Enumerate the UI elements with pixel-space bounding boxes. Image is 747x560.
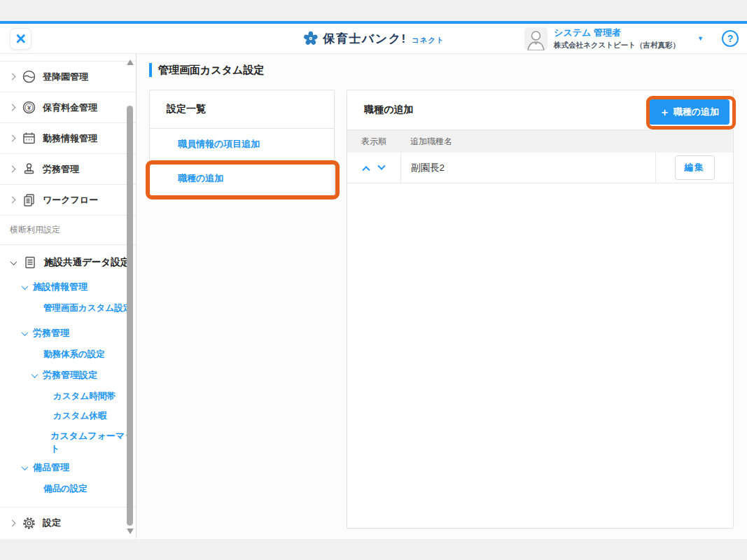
sidebar-item-label: 備品管理 bbox=[33, 461, 69, 474]
job-type-name-cell: 副園長2 bbox=[400, 153, 656, 183]
close-button[interactable]: × bbox=[10, 28, 32, 50]
plus-icon: ＋ bbox=[659, 106, 670, 119]
link-add-job-type[interactable]: 職種の追加 bbox=[150, 160, 334, 197]
job-types-card: 職種の追加 ＋ 職種の追加 表示順 追加職種名 副 bbox=[347, 90, 734, 528]
sidebar-section-label: 横断利用設定 bbox=[0, 216, 136, 245]
scroll-down-arrow-icon[interactable] bbox=[127, 528, 134, 534]
sidebar-item-label: 管理画面カスタム設定 bbox=[43, 302, 132, 314]
edit-button[interactable]: 編集 bbox=[675, 155, 715, 180]
sidebar: 登降園管理 ¥ 保育料金管理 bbox=[0, 54, 137, 538]
sidebar-item-custom-format[interactable]: カスタムフォーマット bbox=[0, 431, 136, 454]
sidebar-item-equipment-settings[interactable]: 備品の設定 bbox=[0, 479, 136, 498]
chevron-right-icon bbox=[9, 104, 16, 111]
column-header-order: 表示順 bbox=[347, 136, 400, 148]
move-down-icon[interactable] bbox=[377, 162, 385, 169]
help-button[interactable]: ? bbox=[722, 30, 739, 47]
link-label: 職員情報の項目追加 bbox=[178, 138, 260, 150]
yen-icon: ¥ bbox=[21, 100, 36, 115]
sidebar-item-label: 備品の設定 bbox=[43, 483, 88, 495]
chevron-down-icon bbox=[22, 463, 29, 470]
add-job-type-button[interactable]: ＋ 職種の追加 bbox=[649, 99, 729, 125]
table-row: 副園長2 編集 bbox=[347, 153, 733, 183]
title-accent-bar bbox=[149, 63, 152, 77]
workflow-icon bbox=[21, 192, 36, 208]
gear-icon bbox=[21, 515, 36, 531]
sidebar-item-fees[interactable]: ¥ 保育料金管理 bbox=[0, 92, 136, 123]
scroll-up-arrow-icon[interactable] bbox=[127, 59, 134, 65]
app-window: × 保育士バンク! コネクト bbox=[0, 21, 747, 539]
action-cell: 編集 bbox=[656, 153, 733, 183]
link-staff-info-fields[interactable]: 職員情報の項目追加 bbox=[150, 129, 334, 160]
sidebar-item-label: 労務管理 bbox=[43, 163, 79, 176]
sidebar-item-label: 勤務情報管理 bbox=[43, 132, 97, 145]
chevron-right-icon bbox=[9, 135, 16, 142]
sidebar-item-label: 勤務体系の設定 bbox=[43, 349, 105, 360]
sidebar-item-workflow[interactable]: ワークフロー bbox=[0, 185, 136, 216]
calendar-icon bbox=[21, 131, 36, 146]
user-role: システム 管理者 bbox=[554, 27, 680, 39]
app-header: × 保育士バンク! コネクト bbox=[0, 24, 747, 54]
sidebar-item-label: カスタムフォーマット bbox=[50, 430, 136, 455]
main-panel: 管理画面カスタム設定 設定一覧 職員情報の項目追加 職種の追加 職種の追加 ＋ bbox=[137, 54, 747, 538]
job-type-name: 副園長2 bbox=[411, 162, 445, 174]
add-job-type-label: 職種の追加 bbox=[673, 106, 719, 118]
chevron-down-icon bbox=[22, 283, 29, 290]
sidebar-item-label: 保育料金管理 bbox=[43, 102, 97, 114]
content-area: 登降園管理 ¥ 保育料金管理 bbox=[0, 54, 747, 538]
chevron-right-icon bbox=[9, 197, 16, 204]
sidebar-item-label: 登降園管理 bbox=[43, 71, 88, 83]
chevron-down-icon bbox=[11, 258, 18, 265]
sidebar-tree: 施設共通データ設定 施設情報管理 管理画面カスタム設定 労務管理 勤務体系の設定 bbox=[0, 245, 136, 507]
logo-subtext: コネクト bbox=[412, 36, 445, 46]
sidebar-item-work-system-settings[interactable]: 勤務体系の設定 bbox=[0, 344, 136, 364]
job-types-header: 職種の追加 ＋ 職種の追加 bbox=[347, 90, 733, 130]
stamp-icon bbox=[21, 162, 36, 177]
avatar bbox=[524, 27, 547, 50]
sidebar-scrollbar[interactable] bbox=[126, 55, 134, 537]
sidebar-item-work-info[interactable]: 勤務情報管理 bbox=[0, 123, 136, 154]
svg-text:¥: ¥ bbox=[27, 104, 30, 111]
table-header-row: 表示順 追加職種名 bbox=[347, 130, 733, 153]
sidebar-item-label: 施設情報管理 bbox=[33, 281, 88, 293]
chevron-right-icon bbox=[9, 74, 16, 80]
logo-text: 保育士バンク! bbox=[323, 31, 406, 47]
move-up-icon[interactable] bbox=[362, 166, 370, 174]
settings-list-card: 設定一覧 職員情報の項目追加 職種の追加 bbox=[149, 90, 335, 198]
sidebar-item-labor-mgmt[interactable]: 労務管理 bbox=[0, 322, 136, 344]
chevron-down-icon bbox=[22, 329, 29, 336]
link-label: 職種の追加 bbox=[178, 172, 223, 185]
sidebar-top-list: 登降園管理 ¥ 保育料金管理 bbox=[0, 61, 136, 216]
sidebar-item-label: カスタム休暇 bbox=[53, 410, 106, 422]
sidebar-item-label: 労務管理 bbox=[33, 327, 69, 340]
sidebar-item-label: 労務管理設定 bbox=[43, 369, 97, 382]
sidebar-item-attendance[interactable]: 登降園管理 bbox=[0, 62, 136, 92]
edit-button-label: 編集 bbox=[685, 162, 705, 172]
sidebar-item-equipment-mgmt[interactable]: 備品管理 bbox=[0, 456, 136, 479]
sidebar-item-label: 設定 bbox=[43, 517, 61, 529]
chevron-right-icon bbox=[9, 519, 16, 526]
sidebar-item-facility-common-data[interactable]: 施設共通データ設定 bbox=[0, 249, 136, 276]
sidebar-item-label: 施設共通データ設定 bbox=[44, 256, 130, 269]
gate-icon bbox=[21, 69, 36, 85]
close-icon: × bbox=[15, 30, 26, 48]
flower-icon bbox=[302, 31, 318, 46]
scrollbar-thumb[interactable] bbox=[127, 106, 133, 526]
app-logo: 保育士バンク! コネクト bbox=[302, 24, 444, 53]
chevron-right-icon bbox=[9, 166, 16, 173]
settings-list-title: 設定一覧 bbox=[150, 90, 334, 129]
sidebar-item-custom-leave[interactable]: カスタム休暇 bbox=[0, 406, 136, 426]
sidebar-item-labor-mgmt-settings[interactable]: 労務管理設定 bbox=[0, 364, 136, 386]
user-menu[interactable]: システム 管理者 株式会社ネクストビート（吉村真彩） ▼ bbox=[524, 24, 704, 53]
sidebar-item-labor[interactable]: 労務管理 bbox=[0, 154, 136, 185]
sidebar-item-label: ワークフロー bbox=[43, 194, 98, 206]
user-info: システム 管理者 株式会社ネクストビート（吉村真彩） bbox=[554, 27, 680, 50]
help-icon: ? bbox=[727, 33, 734, 44]
page-title-row: 管理画面カスタム設定 bbox=[149, 63, 264, 77]
sidebar-item-facility-info[interactable]: 施設情報管理 bbox=[0, 276, 136, 298]
sidebar-item-custom-timezone[interactable]: カスタム時間帯 bbox=[0, 386, 136, 406]
order-cell bbox=[347, 153, 400, 183]
chevron-down-icon: ▼ bbox=[697, 35, 704, 42]
sidebar-item-admin-custom-settings[interactable]: 管理画面カスタム設定 bbox=[0, 298, 136, 318]
sidebar-item-label: カスタム時間帯 bbox=[53, 391, 116, 402]
sidebar-item-settings[interactable]: 設定 bbox=[0, 507, 136, 538]
